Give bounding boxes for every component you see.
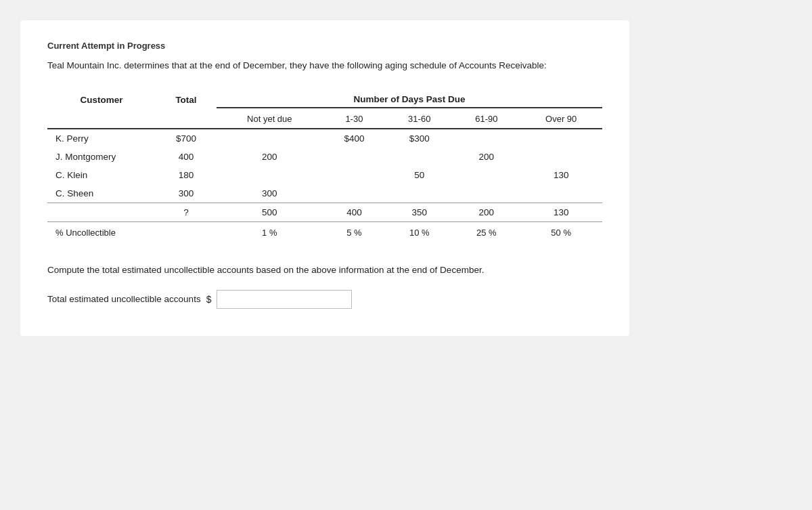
cell-days_61_90: [453, 184, 520, 203]
cell-total: $700: [156, 129, 217, 148]
cell-customer: K. Perry: [47, 129, 156, 148]
aging-table: Customer Total Number of Days Past Due N…: [47, 89, 602, 243]
total-cell-6: 130: [520, 203, 602, 222]
total-cell-3: 400: [323, 203, 386, 222]
days-31-60-header: 31-60: [386, 108, 453, 129]
cell-over_90: [520, 129, 602, 148]
pct-cell-6: 50 %: [520, 222, 602, 244]
percent-row: % Uncollectible1 %5 %10 %25 %50 %: [47, 222, 602, 244]
days-1-30-header: 1-30: [323, 108, 386, 129]
cell-days_31_60: 50: [386, 166, 453, 184]
table-row: K. Perry$700$400$300: [47, 129, 602, 148]
pct-cell-0: % Uncollectible: [47, 222, 156, 244]
cell-days_61_90: [453, 166, 520, 184]
total-header: Total: [156, 89, 217, 108]
total-cell-5: 200: [453, 203, 520, 222]
cell-total: 400: [156, 148, 217, 166]
total-subheader: [156, 108, 217, 129]
cell-over_90: [520, 184, 602, 203]
total-cell-2: 500: [217, 203, 323, 222]
pct-cell-4: 10 %: [386, 222, 453, 244]
table-row: C. Klein18050130: [47, 166, 602, 184]
cell-days_1_30: [323, 166, 386, 184]
pct-cell-1: [156, 222, 217, 244]
cell-customer: C. Klein: [47, 166, 156, 184]
cell-not_yet_due: [217, 166, 323, 184]
cell-not_yet_due: 300: [217, 184, 323, 203]
table-row: C. Sheen300300: [47, 184, 602, 203]
table-row: J. Montgomery400200200: [47, 148, 602, 166]
total-label: Total estimated uncollectible accounts: [47, 294, 201, 304]
pct-cell-3: 5 %: [323, 222, 386, 244]
pct-cell-2: 1 %: [217, 222, 323, 244]
intro-text: Teal Mountain Inc. determines that at th…: [47, 59, 602, 72]
customer-header: Customer: [47, 89, 156, 108]
cell-not_yet_due: [217, 129, 323, 148]
dollar-sign: $: [206, 294, 212, 305]
not-yet-due-header: Not yet due: [217, 108, 323, 129]
cell-total: 180: [156, 166, 217, 184]
total-cell-1: ?: [156, 203, 217, 222]
table-body: K. Perry$700$400$300J. Montgomery4002002…: [47, 129, 602, 243]
days-61-90-header: 61-90: [453, 108, 520, 129]
cell-days_1_30: [323, 184, 386, 203]
over-90-header: Over 90: [520, 108, 602, 129]
table-header-row-1: Customer Total Number of Days Past Due: [47, 89, 602, 108]
pct-cell-5: 25 %: [453, 222, 520, 244]
table-subheader-row: Not yet due 1-30 31-60 61-90 Over 90: [47, 108, 602, 129]
cell-days_1_30: [323, 148, 386, 166]
cell-days_61_90: [453, 129, 520, 148]
cell-days_31_60: [386, 148, 453, 166]
total-cell-4: 350: [386, 203, 453, 222]
cell-days_1_30: $400: [323, 129, 386, 148]
total-input-row: Total estimated uncollectible accounts $: [47, 290, 602, 309]
cell-not_yet_due: 200: [217, 148, 323, 166]
compute-text: Compute the total estimated uncollectibl…: [47, 263, 602, 277]
cell-days_31_60: [386, 184, 453, 203]
cell-customer: J. Montgomery: [47, 148, 156, 166]
cell-days_61_90: 200: [453, 148, 520, 166]
days-past-due-header: Number of Days Past Due: [217, 89, 602, 108]
current-attempt-label: Current Attempt in Progress: [47, 41, 602, 51]
cell-over_90: [520, 148, 602, 166]
page-container: Current Attempt in Progress Teal Mountai…: [20, 20, 629, 336]
customer-subheader: [47, 108, 156, 129]
total-uncollectible-input[interactable]: [217, 290, 352, 309]
cell-days_31_60: $300: [386, 129, 453, 148]
cell-over_90: 130: [520, 166, 602, 184]
cell-customer: C. Sheen: [47, 184, 156, 203]
cell-total: 300: [156, 184, 217, 203]
total-cell-0: [47, 203, 156, 222]
total-row: ?500400350200130: [47, 203, 602, 222]
